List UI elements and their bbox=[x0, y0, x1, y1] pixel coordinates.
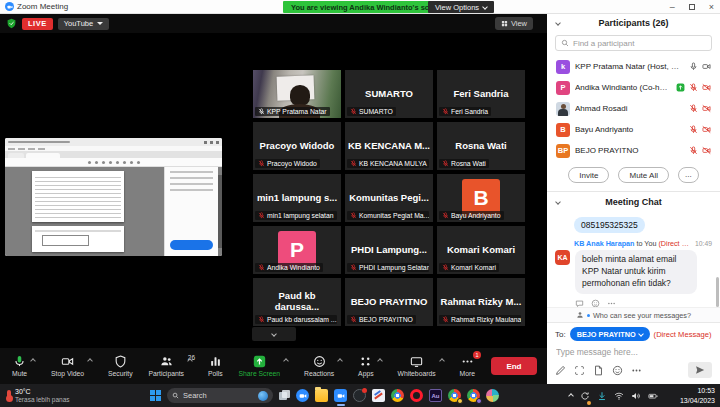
tile-display-name: SUMARTO bbox=[362, 89, 416, 100]
mute-button[interactable]: Mute bbox=[12, 355, 35, 378]
participant-tile[interactable]: Komunitas Pegi... Komunitas Pegiat Ma... bbox=[345, 174, 433, 222]
restore-button[interactable] bbox=[689, 4, 695, 10]
chrome-profile-icon[interactable] bbox=[448, 389, 461, 402]
whiteboards-options-chevron[interactable] bbox=[439, 358, 445, 364]
tile-display-name: Pracoyo Widodo bbox=[257, 141, 338, 152]
who-can-see-banner[interactable]: Who can see your messages? bbox=[547, 307, 720, 322]
participant-tile[interactable]: Rahmat Rizky M... Rahmat Rizky Maulana bbox=[437, 278, 525, 326]
show-more-tiles-button[interactable] bbox=[252, 327, 296, 341]
snipping-tool-icon[interactable] bbox=[372, 389, 385, 402]
mute-options-chevron[interactable] bbox=[30, 358, 36, 364]
mute-all-button[interactable]: Mute All bbox=[618, 167, 668, 183]
participant-row[interactable]: k KPP Pratama Natar (Host, me) bbox=[547, 56, 720, 77]
minimize-button[interactable]: – bbox=[670, 3, 675, 12]
file-explorer-icon[interactable] bbox=[315, 389, 328, 402]
emoji-reaction-icon[interactable] bbox=[591, 299, 600, 307]
sync-tray-icon[interactable] bbox=[580, 387, 590, 405]
security-button[interactable]: Security bbox=[108, 355, 133, 378]
polls-button[interactable]: Polls bbox=[208, 355, 223, 378]
emoji-picker-icon[interactable] bbox=[612, 365, 623, 376]
download-manager-icon[interactable] bbox=[597, 391, 607, 401]
participant-tile[interactable]: KB KENCANA M... KB KENCANA MULYA bbox=[345, 122, 433, 170]
recorder-app-icon[interactable] bbox=[353, 389, 366, 402]
participant-tile[interactable]: Feri Sandria Feri Sandria bbox=[437, 70, 525, 118]
send-message-button[interactable] bbox=[688, 362, 712, 378]
zoom-active-app-icon[interactable] bbox=[334, 389, 347, 402]
muted-microphone-icon bbox=[689, 146, 698, 155]
more-dots-icon[interactable] bbox=[631, 365, 642, 376]
chat-scrollbar[interactable] bbox=[716, 277, 719, 307]
adobe-audition-icon[interactable]: Au bbox=[429, 389, 442, 402]
participant-tile[interactable]: Pracoyo Widodo Pracoyo Widodo bbox=[253, 122, 341, 170]
message-row: KA boleh minta alamat email KPP Natar un… bbox=[555, 250, 712, 294]
chat-message-input[interactable] bbox=[556, 347, 713, 357]
zoom-app-icon bbox=[5, 2, 14, 11]
preview-toolbar bbox=[5, 158, 222, 167]
taskbar-search[interactable]: Search bbox=[167, 388, 273, 403]
whiteboards-button[interactable]: Whiteboards bbox=[398, 355, 444, 378]
screenshot-icon[interactable] bbox=[574, 365, 585, 376]
more-dots-icon[interactable] bbox=[607, 299, 616, 307]
thermometer-icon bbox=[7, 390, 11, 401]
zoom-tray-app-icon[interactable] bbox=[296, 389, 309, 402]
tile-name-label: Bayu Andriyanto bbox=[439, 211, 504, 220]
share-screen-button[interactable]: Share Screen bbox=[239, 355, 289, 378]
paint-app-icon[interactable] bbox=[486, 389, 499, 402]
participant-tile[interactable]: BEJO PRAYITNO BEJO PRAYITNO bbox=[345, 278, 433, 326]
recipient-selector[interactable]: BEJO PRAYITNO bbox=[570, 327, 650, 341]
reactions-options-chevron[interactable] bbox=[337, 358, 343, 364]
close-button[interactable]: × bbox=[709, 3, 714, 12]
apps-options-chevron[interactable] bbox=[377, 358, 383, 364]
participant-tile[interactable]: KPP Pratama Natar bbox=[253, 70, 341, 118]
more-options-button[interactable]: ... bbox=[678, 167, 699, 183]
participant-tile[interactable]: PHDI Lampung... PHDI Lampung Selatan bbox=[345, 226, 433, 274]
participant-row[interactable]: Ahmad Rosadi bbox=[547, 98, 720, 119]
apps-button[interactable]: Apps bbox=[358, 355, 382, 378]
invite-button[interactable]: Invite bbox=[568, 167, 609, 183]
more-button[interactable]: 1 More bbox=[460, 355, 476, 378]
participant-tile[interactable]: Komari Komari Komari Komari bbox=[437, 226, 525, 274]
participant-tile[interactable]: min1 lampung s... min1 lampung selatan bbox=[253, 174, 341, 222]
youtube-stream-button[interactable]: YouTube bbox=[58, 18, 109, 30]
task-view-button[interactable] bbox=[279, 390, 290, 401]
view-layout-button[interactable]: View bbox=[495, 17, 533, 30]
start-button[interactable] bbox=[150, 390, 161, 401]
opera-icon[interactable] bbox=[410, 389, 423, 402]
participants-button[interactable]: 26 Participants bbox=[149, 355, 193, 378]
speaker-icon[interactable] bbox=[631, 391, 641, 401]
video-options-chevron[interactable] bbox=[87, 358, 93, 364]
battery-icon[interactable] bbox=[648, 391, 658, 401]
collapse-participants-chevron[interactable] bbox=[555, 20, 561, 26]
chevron-down-icon bbox=[638, 331, 644, 337]
view-options-button[interactable]: View Options bbox=[428, 1, 494, 13]
format-text-icon[interactable] bbox=[555, 365, 566, 376]
chrome-icon[interactable] bbox=[391, 389, 404, 402]
participant-row[interactable]: P Andika Windianto (Co-host) bbox=[547, 77, 720, 98]
collapse-chat-chevron[interactable] bbox=[555, 199, 561, 205]
taskbar-clock[interactable]: 10:53 13/04/2023 bbox=[680, 384, 715, 407]
end-meeting-button[interactable]: End bbox=[491, 357, 537, 375]
screen-share-preview[interactable] bbox=[5, 138, 222, 256]
share-options-chevron[interactable] bbox=[283, 358, 289, 364]
search-input[interactable] bbox=[573, 39, 706, 48]
chrome-profile-icon[interactable] bbox=[467, 389, 480, 402]
wifi-icon[interactable] bbox=[614, 391, 624, 401]
reply-icon[interactable] bbox=[575, 299, 584, 307]
reactions-button[interactable]: Reactions bbox=[304, 355, 342, 378]
hidden-icons-chevron[interactable] bbox=[568, 393, 574, 399]
participant-row[interactable]: B Bayu Andriyanto bbox=[547, 119, 720, 140]
participant-search[interactable] bbox=[555, 35, 712, 51]
participant-tile[interactable]: B Bayu Andriyanto bbox=[437, 174, 525, 222]
windows-taskbar: 30°C Terasa lebih panas Search Au bbox=[0, 384, 720, 407]
taskbar-weather-widget[interactable]: 30°C Terasa lebih panas bbox=[0, 388, 70, 404]
participant-tile[interactable]: P Andika Windianto bbox=[253, 226, 341, 274]
participant-tile[interactable]: Rosna Wati Rosna Wati bbox=[437, 122, 525, 170]
stop-video-button[interactable]: Stop Video bbox=[51, 355, 92, 378]
muted-microphone-icon bbox=[442, 316, 449, 323]
chat-messages[interactable]: 085195325325 KB Anak Harapan to You (Dir… bbox=[547, 211, 720, 307]
muted-microphone-icon bbox=[350, 108, 357, 115]
participant-tile[interactable]: Paud kb darussa... Paud kb darussalam ..… bbox=[253, 278, 341, 326]
participant-tile[interactable]: SUMARTO SUMARTO bbox=[345, 70, 433, 118]
attach-file-icon[interactable] bbox=[593, 365, 604, 376]
participant-row[interactable]: BP BEJO PRAYITNO bbox=[547, 140, 720, 161]
